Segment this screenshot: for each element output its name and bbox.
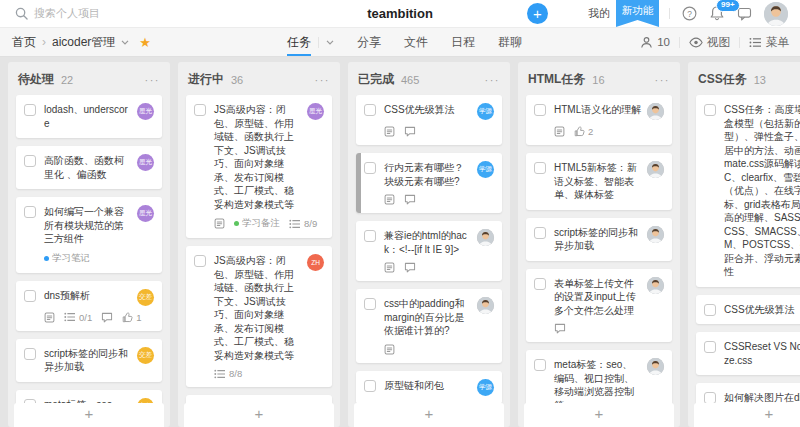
add-task-button[interactable]: + [354,403,504,427]
user-avatar[interactable] [764,2,788,26]
task-card[interactable]: 表单标签上传文件的设置及input上传多个文件怎么处理 [526,269,672,343]
column-title: HTML任务 [528,71,585,88]
breadcrumb: 首页 › aicoder管理 ★ [12,34,151,51]
assignee-avatar: 学源 [477,103,494,120]
add-task-button[interactable]: + [524,403,674,427]
chevron-down-icon[interactable] [326,40,334,45]
task-card[interactable]: css中的padding和margin的百分比是依据谁计算的? [356,289,502,363]
task-card[interactable]: 原型链和闭包学源 [356,371,502,404]
tab-tasks[interactable]: 任务 [287,28,334,56]
task-card[interactable]: lodash、underscore厘光 [16,95,162,138]
members-icon [640,36,653,49]
column-menu-button[interactable]: ··· [655,77,671,83]
task-checkbox[interactable] [24,155,36,167]
view-label: 视图 [707,35,730,50]
task-checkbox[interactable] [534,278,546,290]
task-card[interactable]: script标签的同步和异步加载 [526,218,672,261]
task-card[interactable]: script标签的同步和异步加载交差 [16,339,162,382]
search-box[interactable]: 搜索个人项目 [0,6,230,21]
thumbs-up-icon [574,126,585,137]
task-card[interactable]: HTML5新标签：新语义标签、智能表单、媒体标签 [526,153,672,210]
task-checkbox[interactable] [194,104,206,116]
favorite-star-icon[interactable]: ★ [139,35,151,50]
breadcrumb-separator: › [42,35,46,49]
add-task-button[interactable]: + [184,403,334,427]
task-card[interactable]: dns预解析交差0/11 [16,281,162,331]
notifications-button[interactable]: 99+ [709,5,725,23]
column-title: 进行中 [188,71,224,88]
add-task-button[interactable]: + [14,403,164,427]
task-card[interactable]: CSSReset VS Normalize.css [696,332,800,375]
task-checkbox[interactable] [704,104,716,116]
checklist-count: 0/1 [79,312,92,323]
task-card-main: 行内元素有哪些？块级元素有哪些?学源 [364,161,494,188]
checklist-icon [64,312,76,322]
task-checkbox[interactable] [364,230,376,242]
task-checkbox[interactable] [364,104,376,116]
task-checkbox[interactable] [704,304,716,316]
tab-share[interactable]: 分享 [357,28,381,56]
tab-group-chat[interactable]: 群聊 [498,28,522,56]
nav-mine[interactable]: 我的 [588,6,610,21]
breadcrumb-project[interactable]: aicoder管理 [52,34,115,51]
task-checkbox[interactable] [534,227,546,239]
view-button[interactable]: 视图 [689,35,730,50]
task-meta [384,344,494,355]
breadcrumb-home[interactable]: 首页 [12,34,36,51]
column-header: CSS任务13 [688,62,800,95]
task-card[interactable]: JS高级内容：闭包、原型链、作用域链、函数执行上下文、JS调试技巧、面向对象继承… [186,95,332,238]
help-icon[interactable]: ? [682,6,697,21]
assignee-avatar [647,277,664,294]
task-title: JS高级内容：闭包、原型链、作用域链、函数执行上下文、JS调试技巧、面向对象继承… [214,254,302,362]
comment-icon [404,262,416,273]
task-checkbox[interactable] [24,290,36,302]
create-button[interactable]: + [527,3,548,24]
task-card[interactable]: 行内元素有哪些？块级元素有哪些?学源 [356,153,502,213]
members-button[interactable]: 10 [640,36,670,49]
board-column: 已完成465···CSS优先级算法学源行内元素有哪些？块级元素有哪些?学源兼容i… [348,62,510,427]
task-card[interactable]: HTML语义化的理解2 [526,95,672,145]
task-label-text: 学习备注 [242,217,280,230]
task-title: CSS优先级算法 [724,303,800,317]
task-meta: 8/8 [214,368,324,379]
task-meta [384,262,494,273]
column-title: CSS任务 [698,71,747,88]
task-card-main: HTML5新标签：新语义标签、智能表单、媒体标签 [534,161,664,202]
task-card[interactable]: CSS任务：高度塌陷、盒模型（包括新的盒模型）、弹性盒子、高度居中的方法、动画库… [696,95,800,287]
task-checkbox[interactable] [534,359,546,371]
task-checkbox[interactable] [24,104,36,116]
column-task-count: 16 [592,74,604,86]
task-checkbox[interactable] [364,162,376,174]
column-menu-button[interactable]: ··· [315,77,331,83]
project-bar: 首页 › aicoder管理 ★ 任务 分享 文件 日程 群聊 10 [0,28,800,57]
task-checkbox[interactable] [704,341,716,353]
column-menu-button[interactable]: ··· [145,77,161,83]
column-header: HTML任务16··· [518,62,680,95]
menu-label: 菜单 [766,35,789,50]
chevron-down-icon[interactable] [121,40,129,45]
task-checkbox[interactable] [24,206,36,218]
task-card[interactable]: CSS优先级算法学源 [356,95,502,145]
task-checkbox[interactable] [364,298,376,310]
task-card[interactable]: JS高级内容：闭包、原型链、作用域链、函数执行上下文、JS调试技巧、面向对象继承… [186,246,332,387]
notification-count-badge: 99+ [716,0,740,12]
task-checkbox[interactable] [24,348,36,360]
column-task-count: 465 [401,74,419,86]
column-menu-button[interactable]: ··· [485,77,501,83]
task-checkbox[interactable] [194,255,206,267]
tab-files[interactable]: 文件 [404,28,428,56]
task-card[interactable]: CSS优先级算法 [696,295,800,325]
task-checkbox[interactable] [534,104,546,116]
assignee-avatar: ZH [307,254,324,271]
task-meta: 2 [554,126,664,137]
task-card[interactable]: 兼容ie的html的hack：<!--[if lt IE 9]> [356,221,502,281]
assignee-avatar: 厘光 [137,154,154,171]
assignee-avatar [477,229,494,246]
task-card[interactable]: 高阶函数、函数柯里化 、偏函数厘光 [16,146,162,189]
tab-schedule[interactable]: 日程 [451,28,475,56]
task-checkbox[interactable] [364,380,376,392]
task-checkbox[interactable] [534,162,546,174]
add-task-button[interactable]: + [694,403,800,427]
menu-button[interactable]: 菜单 [749,35,789,50]
task-card[interactable]: 如何编写一个兼容所有模块规范的第三方组件厘光学习笔记 [16,197,162,273]
